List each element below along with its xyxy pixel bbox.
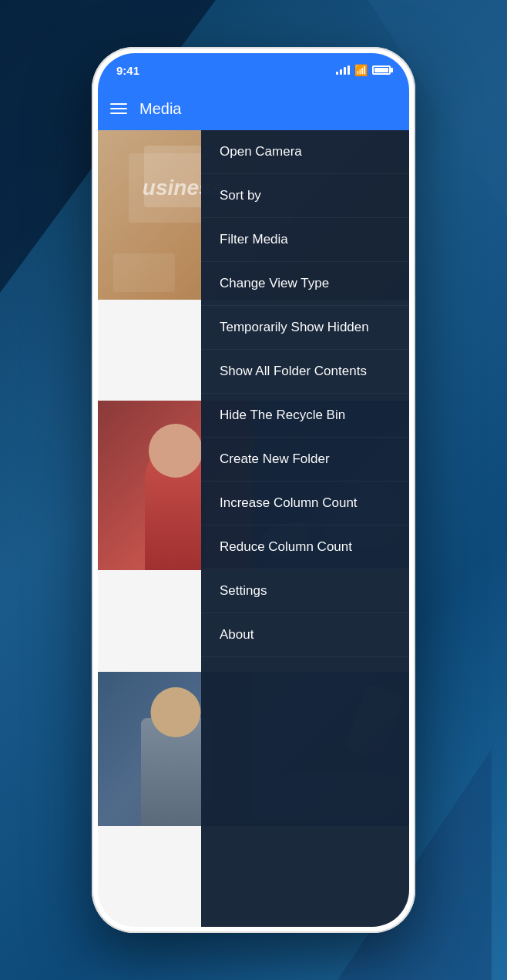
menu-item-temporarily-show-hidden[interactable]: Temporarily Show Hidden <box>201 306 409 350</box>
menu-item-settings[interactable]: Settings <box>201 569 409 613</box>
phone-screen: 9:41 📶 <box>98 53 409 927</box>
dropdown-menu: Open CameraSort byFilter MediaChange Vie… <box>201 130 409 927</box>
menu-item-hide-the-recycle-bin[interactable]: Hide The Recycle Bin <box>201 394 409 438</box>
menu-item-reduce-column-count[interactable]: Reduce Column Count <box>201 525 409 569</box>
content-area: usiness <box>98 130 409 927</box>
status-time: 9:41 <box>116 64 139 77</box>
menu-item-sort-by[interactable]: Sort by <box>201 174 409 218</box>
status-bar: 9:41 📶 <box>98 53 409 87</box>
menu-item-filter-media[interactable]: Filter Media <box>201 218 409 262</box>
menu-item-about[interactable]: About <box>201 613 409 657</box>
app-screen: 9:41 📶 <box>98 53 409 927</box>
signal-icon <box>336 65 350 75</box>
menu-item-increase-column-count[interactable]: Increase Column Count <box>201 482 409 525</box>
menu-item-change-view-type[interactable]: Change View Type <box>201 262 409 306</box>
menu-item-show-all-folder-contents[interactable]: Show All Folder Contents <box>201 350 409 394</box>
hamburger-icon[interactable] <box>110 103 127 114</box>
menu-item-create-new-folder[interactable]: Create New Folder <box>201 438 409 482</box>
battery-icon <box>372 65 391 75</box>
phone-frame: 9:41 📶 <box>92 47 415 933</box>
menu-item-open-camera[interactable]: Open Camera <box>201 130 409 174</box>
app-header: Media <box>98 87 409 130</box>
status-icons: 📶 <box>336 64 391 76</box>
app-title: Media <box>139 100 181 118</box>
wifi-icon: 📶 <box>354 64 368 76</box>
